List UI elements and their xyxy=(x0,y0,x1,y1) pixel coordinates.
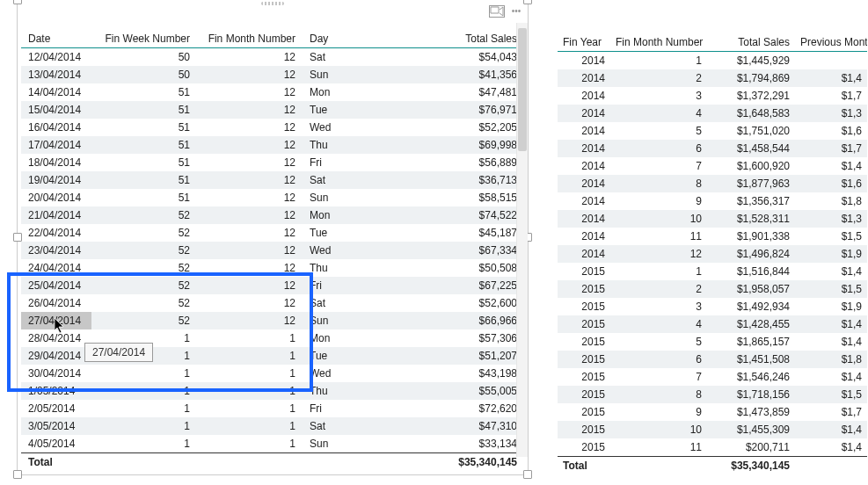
table-row[interactable]: 24/04/20145212Thu$50,508 xyxy=(21,259,524,277)
cell[interactable]: $1,496,824 xyxy=(707,245,795,263)
cell[interactable]: 2015 xyxy=(558,386,610,403)
focus-mode-icon[interactable] xyxy=(489,5,505,18)
cell[interactable]: 51 xyxy=(91,154,197,171)
cell[interactable]: 52 xyxy=(91,259,197,277)
cell[interactable]: Tue xyxy=(303,347,373,365)
cell[interactable]: 12 xyxy=(197,48,303,67)
cell[interactable]: $1,6 xyxy=(795,122,867,140)
col-fin-week[interactable]: Fin Week Number xyxy=(91,30,197,48)
col-day[interactable]: Day xyxy=(303,30,373,48)
cell[interactable]: $47,481 xyxy=(373,83,524,101)
cell[interactable]: Sun xyxy=(303,66,373,83)
cell[interactable]: 21/04/2014 xyxy=(21,206,91,224)
cell[interactable]: 12 xyxy=(197,277,303,294)
cell[interactable]: 1 xyxy=(610,52,707,70)
cell[interactable]: 2/05/2014 xyxy=(21,400,91,417)
col-total-sales-r[interactable]: Total Sales xyxy=(707,33,795,52)
cell[interactable]: $1,648,583 xyxy=(707,105,795,122)
cell[interactable]: $50,508 xyxy=(373,259,524,277)
cell[interactable]: $45,187 xyxy=(373,224,524,242)
cell[interactable]: 7 xyxy=(610,368,707,386)
cell[interactable]: 26/04/2014 xyxy=(21,294,91,312)
cell[interactable]: 52 xyxy=(91,242,197,259)
cell[interactable]: 18/04/2014 xyxy=(21,154,91,171)
table-row[interactable]: 20/04/20145112Sun$58,515 xyxy=(21,189,524,206)
cell[interactable]: $1,428,455 xyxy=(707,315,795,333)
cell[interactable] xyxy=(795,52,867,70)
cell[interactable]: $1,3 xyxy=(795,105,867,122)
cell[interactable]: 2014 xyxy=(558,210,610,228)
cell[interactable]: $52,205 xyxy=(373,119,524,136)
cell[interactable]: Sat xyxy=(303,417,373,435)
cell[interactable]: 51 xyxy=(91,119,197,136)
cell[interactable]: 2 xyxy=(610,69,707,87)
cell[interactable]: Fri xyxy=(303,400,373,417)
table-row[interactable]: 20156$1,451,508$1,8 xyxy=(558,351,867,368)
cell[interactable]: Mon xyxy=(303,206,373,224)
cell[interactable]: $1,5 xyxy=(795,228,867,245)
cell[interactable]: 12 xyxy=(197,224,303,242)
table-row[interactable]: 16/04/20145112Wed$52,205 xyxy=(21,119,524,136)
cell[interactable]: $1,4 xyxy=(795,263,867,280)
cell[interactable]: 1 xyxy=(197,435,303,453)
cell[interactable]: 1 xyxy=(197,329,303,347)
cell[interactable]: $1,4 xyxy=(795,315,867,333)
cell[interactable]: 2015 xyxy=(558,263,610,280)
cell[interactable]: 8 xyxy=(610,386,707,403)
cell[interactable]: Sat xyxy=(303,171,373,189)
table-row[interactable]: 1/05/201411Thu$55,005 xyxy=(21,382,524,400)
table-row[interactable]: 20159$1,473,859$1,7 xyxy=(558,403,867,421)
cell[interactable]: $76,971 xyxy=(373,101,524,119)
cell[interactable]: 2014 xyxy=(558,52,610,70)
cell[interactable]: 12 xyxy=(197,66,303,83)
cell[interactable]: 27/04/2014 xyxy=(21,312,91,329)
cell[interactable]: Fri xyxy=(303,154,373,171)
cell[interactable]: $1,4 xyxy=(795,69,867,87)
table-row[interactable]: 3/05/201411Sat$47,310 xyxy=(21,417,524,435)
table-row[interactable]: 25/04/20145212Fri$67,225 xyxy=(21,277,524,294)
cell[interactable]: Wed xyxy=(303,119,373,136)
cell[interactable]: $36,713 xyxy=(373,171,524,189)
cell[interactable]: 51 xyxy=(91,101,197,119)
cell[interactable]: 2014 xyxy=(558,175,610,192)
cell[interactable]: 2014 xyxy=(558,192,610,210)
cell[interactable]: 12 xyxy=(197,171,303,189)
table-row[interactable]: 20146$1,458,544$1,7 xyxy=(558,140,867,157)
cell[interactable]: $1,492,934 xyxy=(707,298,795,315)
resize-handle[interactable] xyxy=(523,470,532,479)
cell[interactable]: $66,966 xyxy=(373,312,524,329)
table-row[interactable]: 20144$1,648,583$1,3 xyxy=(558,105,867,122)
table-row[interactable]: 20151$1,516,844$1,4 xyxy=(558,263,867,280)
cell[interactable]: $1,9 xyxy=(795,298,867,315)
table-row[interactable]: 2/05/201411Fri$72,620 xyxy=(21,400,524,417)
table-row[interactable]: 201510$1,455,309$1,4 xyxy=(558,421,867,438)
col-date[interactable]: Date xyxy=(21,30,91,48)
cell[interactable]: $1,958,057 xyxy=(707,280,795,298)
cell[interactable]: $1,751,020 xyxy=(707,122,795,140)
scrollbar-thumb[interactable] xyxy=(518,28,527,151)
table-row[interactable]: 14/04/20145112Mon$47,481 xyxy=(21,83,524,101)
cell[interactable]: $1,4 xyxy=(795,438,867,457)
table-row[interactable]: 20143$1,372,291$1,7 xyxy=(558,87,867,105)
cell[interactable]: $1,8 xyxy=(795,192,867,210)
cell[interactable]: $1,901,338 xyxy=(707,228,795,245)
table-row[interactable]: 13/04/20145012Sun$41,356 xyxy=(21,66,524,83)
cell[interactable]: Tue xyxy=(303,101,373,119)
cell[interactable]: $74,522 xyxy=(373,206,524,224)
scrollbar-vertical[interactable] xyxy=(516,23,528,457)
cell[interactable]: 2015 xyxy=(558,351,610,368)
cell[interactable]: 7 xyxy=(610,157,707,175)
cell[interactable]: 3 xyxy=(610,298,707,315)
cell[interactable]: 1/05/2014 xyxy=(21,382,91,400)
cell[interactable]: $43,198 xyxy=(373,365,524,382)
cell[interactable]: 8 xyxy=(610,175,707,192)
cell[interactable]: 12 xyxy=(197,83,303,101)
cell[interactable]: Mon xyxy=(303,83,373,101)
cell[interactable]: 12 xyxy=(197,259,303,277)
cell[interactable]: 3/05/2014 xyxy=(21,417,91,435)
cell[interactable]: 24/04/2014 xyxy=(21,259,91,277)
cell[interactable]: 50 xyxy=(91,66,197,83)
cell[interactable]: 12 xyxy=(197,206,303,224)
cell[interactable]: $69,998 xyxy=(373,136,524,154)
col-previous-month[interactable]: Previous Month xyxy=(795,33,867,52)
